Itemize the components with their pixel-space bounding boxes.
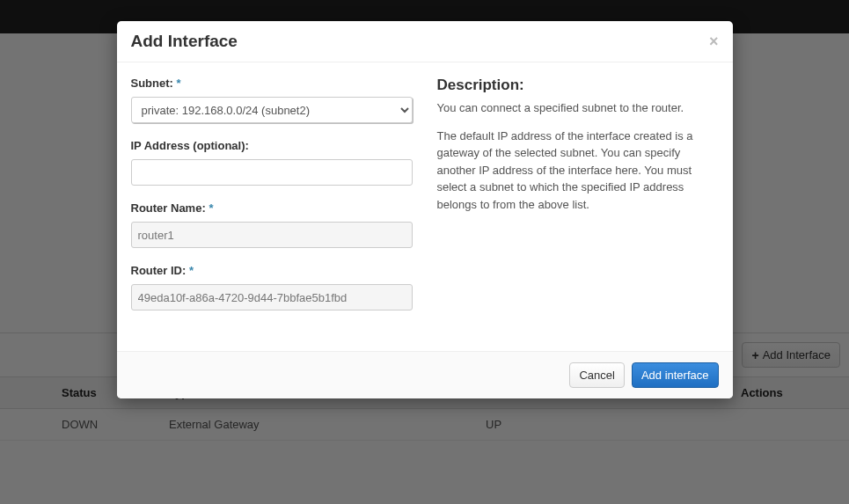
submit-button[interactable]: Add interface	[632, 362, 719, 388]
router-name-label-text: Router Name:	[131, 201, 206, 215]
router-name-label: Router Name: *	[131, 201, 413, 215]
ip-address-label: IP Address (optional):	[131, 139, 413, 152]
router-id-label-text: Router ID:	[131, 264, 187, 277]
router-name-input	[131, 222, 413, 248]
subnet-group: Subnet: * private: 192.168.0.0/24 (subne…	[131, 77, 413, 123]
router-id-input	[131, 284, 413, 310]
description-heading: Description:	[437, 77, 719, 94]
subnet-select[interactable]: private: 192.168.0.0/24 (subnet2)	[131, 97, 413, 123]
subnet-label: Subnet: *	[131, 77, 413, 90]
modal-footer: Cancel Add interface	[117, 351, 733, 398]
description-column: Description: You can connect a specified…	[437, 77, 719, 326]
close-icon[interactable]: ×	[709, 33, 719, 51]
add-interface-modal: Add Interface × Subnet: * private: 192.1…	[117, 21, 733, 398]
description-paragraph-1: You can connect a specified subnet to th…	[437, 99, 719, 117]
router-id-group: Router ID: *	[131, 264, 413, 310]
router-name-group: Router Name: *	[131, 201, 413, 248]
form-column: Subnet: * private: 192.168.0.0/24 (subne…	[131, 77, 413, 326]
modal-overlay[interactable]: Add Interface × Subnet: * private: 192.1…	[0, 0, 849, 504]
required-asterisk: *	[189, 264, 194, 277]
required-asterisk: *	[209, 201, 213, 215]
modal-body: Subnet: * private: 192.168.0.0/24 (subne…	[117, 62, 733, 351]
ip-address-input[interactable]	[131, 159, 413, 186]
description-paragraph-2: The default IP address of the interface …	[437, 128, 719, 214]
modal-header: Add Interface ×	[117, 21, 733, 62]
subnet-label-text: Subnet:	[131, 77, 173, 90]
router-id-label: Router ID: *	[131, 264, 413, 277]
modal-title: Add Interface	[131, 32, 238, 51]
cancel-button[interactable]: Cancel	[569, 362, 624, 388]
required-asterisk: *	[177, 77, 181, 90]
ip-address-group: IP Address (optional):	[131, 139, 413, 186]
